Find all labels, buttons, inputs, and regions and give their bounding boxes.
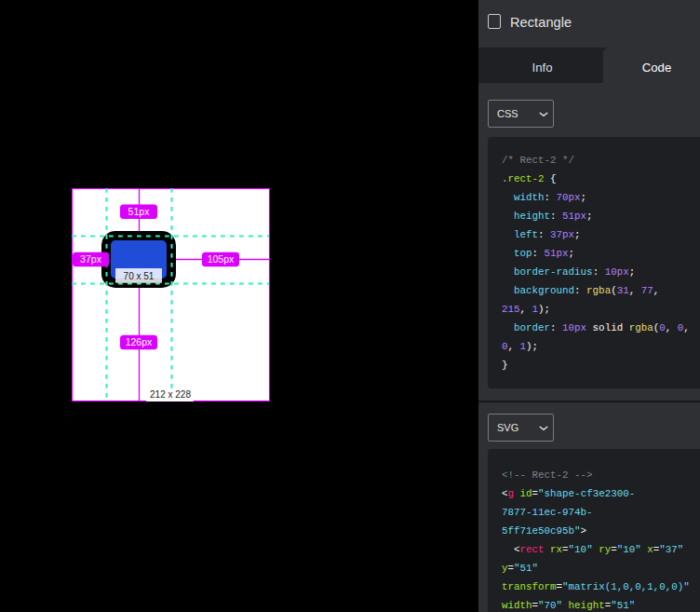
svg-text:126px: 126px <box>126 336 153 347</box>
svg-text:105px: 105px <box>208 253 235 265</box>
svg-text:70 x 51: 70 x 51 <box>124 271 155 281</box>
svg-text:51px: 51px <box>128 206 151 217</box>
svg-text:212 x 228: 212 x 228 <box>150 389 191 400</box>
svg-text:37px: 37px <box>80 253 102 265</box>
